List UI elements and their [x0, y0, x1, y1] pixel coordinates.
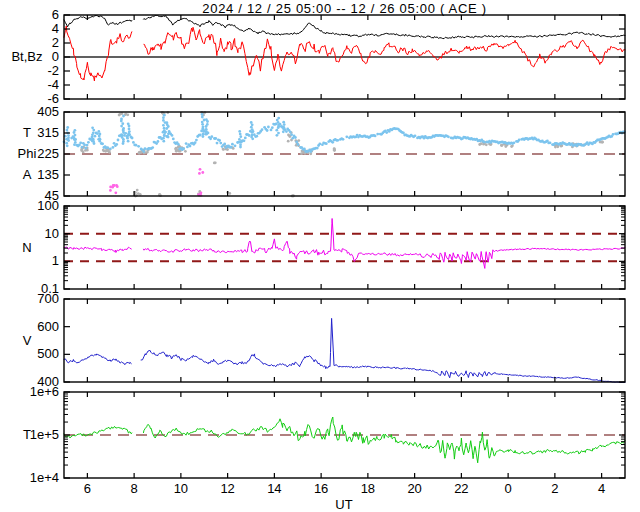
scatter-dot [201, 127, 204, 130]
panel-axis-label: A [6, 168, 48, 182]
y-tick-label: 500 [11, 347, 59, 361]
scatter-dot [83, 144, 86, 147]
y-tick-label: 600 [11, 320, 59, 334]
scatter-dot [267, 126, 270, 129]
x-tick-label: 14 [254, 482, 294, 496]
scatter-dot [67, 138, 70, 141]
scatter-dot [282, 126, 285, 129]
scatter-dot [345, 135, 348, 138]
scatter-dot [111, 186, 114, 189]
scatter-dot [121, 134, 124, 137]
scatter-dot [113, 142, 116, 145]
scatter-dot [239, 133, 242, 136]
scatter-dot [271, 126, 274, 129]
scatter-dot [218, 139, 221, 142]
scatter-dot [231, 143, 234, 146]
scatter-dot [91, 140, 94, 143]
scatter-dot [164, 131, 167, 134]
series-t-line [64, 417, 625, 463]
scatter-dot [167, 136, 170, 139]
scatter-dot [549, 141, 552, 144]
scatter-dot [67, 134, 70, 137]
scatter-dot [282, 121, 285, 124]
scatter-dot [239, 135, 242, 138]
scatter-dot [184, 150, 187, 153]
scatter-dot [66, 126, 69, 129]
scatter-dot [205, 118, 208, 121]
scatter-dot [114, 191, 117, 194]
scatter-dot [223, 143, 226, 146]
panel-t [0, 391, 640, 480]
scatter-dot [189, 145, 192, 148]
scatter-dot [144, 147, 147, 150]
scatter-dot [182, 147, 185, 150]
scatter-dot [201, 113, 204, 116]
scatter-dot [171, 134, 174, 137]
scatter-dot [297, 143, 300, 146]
scatter-dot [336, 139, 339, 142]
scatter-dot [295, 141, 298, 144]
scatter-dot [222, 148, 225, 151]
scatter-dot [207, 132, 210, 135]
scatter-dot [128, 130, 131, 133]
series-v-line [64, 318, 625, 382]
scatter-dot [277, 125, 280, 128]
scatter-dot [252, 130, 255, 133]
scatter-dot [266, 129, 269, 132]
scatter-dot [248, 134, 251, 137]
scatter-dot [480, 142, 483, 145]
x-tick-label: 0 [488, 482, 528, 496]
scatter-dot [202, 135, 205, 138]
scatter-dot [316, 147, 319, 150]
panel-t-phi-a [0, 111, 640, 198]
scatter-dot [202, 133, 205, 136]
scatter-dot [101, 142, 104, 145]
scatter-dot [94, 135, 97, 138]
scatter-dot [162, 116, 165, 119]
scatter-dot [122, 129, 125, 132]
scatter-dot [201, 121, 204, 124]
scatter-dot [136, 189, 139, 192]
scatter-dot [194, 141, 197, 144]
scatter-dot [275, 129, 278, 132]
scatter-dot [200, 191, 203, 194]
panel-axis-label: Phi [6, 147, 48, 161]
scatter-dot [124, 132, 127, 135]
scatter-dot [201, 116, 204, 119]
scatter-dot [414, 134, 417, 137]
y-tick-label: 100 [11, 199, 59, 213]
scatter-dot [66, 129, 69, 132]
y-tick-label: 4 [11, 22, 59, 36]
panel-axis-label: V [6, 334, 48, 348]
scatter-dot [109, 189, 112, 192]
scatter-dot [82, 151, 85, 154]
scatter-dot [151, 146, 154, 149]
scatter-dot [214, 161, 217, 164]
scatter-dot [294, 136, 297, 139]
scatter-dot [120, 118, 123, 121]
y-tick-label: 700 [11, 292, 59, 306]
scatter-dot [374, 135, 377, 138]
scatter-dot [128, 128, 131, 131]
scatter-dot [243, 139, 246, 142]
scatter-dot [342, 138, 345, 141]
x-tick-label: 2 [535, 482, 575, 496]
scatter-dot [177, 143, 180, 146]
scatter-dot [140, 151, 143, 154]
scatter-dot [96, 132, 99, 135]
scatter-dot [612, 133, 615, 136]
scatter-dot [102, 149, 105, 152]
scatter-dot [66, 144, 69, 147]
scatter-dot [65, 142, 68, 145]
scatter-dot [162, 131, 165, 134]
x-tick-label: 20 [395, 482, 435, 496]
scatter-dot [120, 125, 123, 128]
scatter-dot [160, 138, 163, 141]
x-tick-label: 10 [161, 482, 201, 496]
scatter-dot [303, 148, 306, 151]
scatter-dot [106, 146, 109, 149]
scatter-dot [162, 124, 165, 127]
scatter-dot [376, 133, 379, 136]
scatter-dot [234, 144, 237, 147]
scatter-dot [513, 141, 516, 144]
